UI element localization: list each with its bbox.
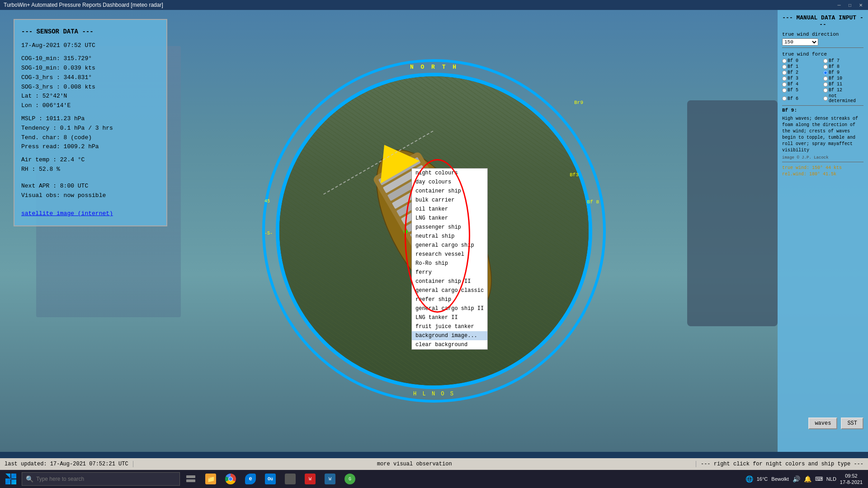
visual-obs-row: Visual obs: now possible bbox=[21, 191, 160, 201]
notification-icon[interactable]: 🔔 bbox=[804, 475, 811, 483]
bf2-option[interactable]: Bf 2 bbox=[782, 70, 822, 75]
edge-app[interactable]: e bbox=[241, 470, 259, 488]
bf5-option[interactable]: Bf 5 bbox=[782, 88, 822, 93]
menu-item-clear-background[interactable]: clear background bbox=[412, 340, 487, 349]
cog3-row: COG-3_hrs : 344.831° bbox=[21, 73, 160, 83]
menu-item-lng-tanker[interactable]: LNG tanker bbox=[412, 214, 487, 223]
app5-icon bbox=[285, 474, 296, 484]
menu-item-container-ship[interactable]: container ship bbox=[412, 187, 487, 196]
south-label: H L N O S bbox=[413, 391, 455, 397]
titlebar: TurboWin+ Automated Pressure Reports Das… bbox=[0, 0, 868, 10]
menu-item-ro-ro-ship[interactable]: Ro-Ro ship bbox=[412, 259, 487, 268]
statusbar: last updated: 17-Aug-2021 07:52:21 UTC m… bbox=[0, 458, 868, 470]
panel-action-buttons: waves SST bbox=[808, 418, 863, 429]
next-apr-row: Next APR : 8:00 UTC bbox=[21, 182, 160, 191]
waves-button[interactable]: waves bbox=[808, 418, 837, 429]
app6[interactable]: W bbox=[301, 470, 319, 488]
system-tray: 🌐 16°C Bewolkt 🔊 🔔 ⌨ NLD 09:52 17-8-2021 bbox=[745, 473, 866, 486]
status-last-updated: last updated: 17-Aug-2021 07:52:21 UTC bbox=[0, 461, 133, 467]
start-button[interactable] bbox=[2, 470, 20, 488]
status-center[interactable]: more visual observation bbox=[133, 461, 696, 467]
bf0-option[interactable]: Bf 0 bbox=[782, 58, 822, 63]
bf9-label: Bf 9: bbox=[782, 108, 863, 113]
menu-item-passenger-ship[interactable]: passenger ship bbox=[412, 223, 487, 232]
scale-marks: 45 -S- bbox=[264, 199, 273, 263]
true-wind-display: true wind: 150° 44 kts rel.wind: 180° 41… bbox=[782, 165, 863, 178]
date-display: 17-8-2021 bbox=[840, 479, 863, 485]
bf10-option[interactable]: Bf 10 bbox=[823, 76, 863, 81]
bf-not-determined-option[interactable]: not determined bbox=[823, 94, 863, 103]
menu-item-research-vessel[interactable]: research vessel bbox=[412, 250, 487, 259]
main-content: N O R T H H L N O S Br9 Bf 8 Bf3 45 -S- bbox=[0, 10, 868, 452]
menu-item-bulk-carrier[interactable]: bulk carrier bbox=[412, 196, 487, 205]
panel-divider-1 bbox=[782, 47, 863, 48]
tendency-row: Tendency : 0.1 hPa / 3 hrs bbox=[21, 124, 160, 133]
image-credit: image © J.P. Lacock bbox=[782, 155, 863, 160]
bf1-option[interactable]: Bf 1 bbox=[782, 64, 822, 69]
volume-icon[interactable]: 🔊 bbox=[793, 475, 800, 483]
time-display: 09:52 bbox=[840, 473, 863, 479]
app5[interactable] bbox=[281, 470, 299, 488]
air-temp-row: Air temp : 22.4 °C bbox=[21, 155, 160, 165]
sst-button[interactable]: SST bbox=[841, 418, 863, 429]
lon-row: Lon : 006°14'E bbox=[21, 101, 160, 111]
right-panel-title: --- MANUAL DATA INPUT --- bbox=[782, 14, 863, 28]
menu-item-general-cargo-ship[interactable]: general cargo ship bbox=[412, 241, 487, 250]
close-button[interactable]: ✕ bbox=[857, 1, 864, 9]
bf6-option[interactable]: Bf 6 bbox=[782, 94, 822, 103]
bf7-option[interactable]: Bf 7 bbox=[823, 58, 863, 63]
bf11-option[interactable]: Bf 11 bbox=[823, 82, 863, 87]
press-read-row: Press read: 1009.2 hPa bbox=[21, 142, 160, 152]
context-menu[interactable]: night colours day colours container ship… bbox=[411, 168, 488, 350]
menu-item-oil-tanker[interactable]: oil tanker bbox=[412, 205, 487, 214]
app8[interactable]: G bbox=[341, 470, 359, 488]
search-bar[interactable]: 🔍 bbox=[22, 472, 180, 486]
mslp-row: MSLP : 1011.23 hPa bbox=[21, 114, 160, 124]
rel-wind-value: rel.wind: 180° 41.5k bbox=[782, 171, 863, 178]
search-icon: 🔍 bbox=[26, 475, 33, 483]
clock[interactable]: 09:52 17-8-2021 bbox=[840, 473, 863, 486]
maximize-button[interactable]: □ bbox=[846, 1, 854, 9]
edge-icon: e bbox=[245, 474, 256, 484]
task-view-icon bbox=[186, 475, 195, 483]
menu-item-ferry[interactable]: ferry bbox=[412, 268, 487, 277]
app6-icon: W bbox=[305, 474, 316, 484]
titlebar-buttons: ─ □ ✕ bbox=[835, 1, 864, 9]
task-view-button[interactable] bbox=[182, 470, 200, 488]
chrome-app[interactable] bbox=[222, 470, 240, 488]
menu-item-background-image[interactable]: background image... bbox=[412, 331, 487, 340]
menu-item-neutral-ship[interactable]: neutral ship bbox=[412, 232, 487, 241]
sog10-row: SOG-10_min: 0.039 kts bbox=[21, 64, 160, 73]
sensor-panel-title: --- SENSOR DATA --- bbox=[21, 27, 160, 37]
status-right-hint: --- right click for night colors and shi… bbox=[696, 461, 868, 467]
bf12-option[interactable]: Bf 12 bbox=[823, 88, 863, 93]
weather-desc: Bewolkt bbox=[771, 476, 789, 482]
menu-item-fruit-juice-tanker[interactable]: fruit juice tanker bbox=[412, 322, 487, 331]
sog3-row: SOG-3_hrs : 0.008 kts bbox=[21, 83, 160, 92]
keyboard-icon[interactable]: ⌨ bbox=[815, 476, 823, 482]
outlook-app[interactable]: Ou bbox=[261, 470, 279, 488]
bf8-option[interactable]: Bf 8 bbox=[823, 64, 863, 69]
minimize-button[interactable]: ─ bbox=[835, 1, 843, 9]
app7[interactable]: W bbox=[321, 470, 339, 488]
menu-item-reefer-ship[interactable]: reefer ship bbox=[412, 295, 487, 304]
tend-char-row: Tend. char: 8 (code) bbox=[21, 133, 160, 143]
menu-item-container-ship-ii[interactable]: container ship II bbox=[412, 277, 487, 286]
bf4-option[interactable]: Bf 4 bbox=[782, 82, 822, 87]
chrome-icon bbox=[225, 474, 236, 484]
satellite-link[interactable]: satellite image (internet) bbox=[21, 210, 113, 217]
menu-item-night-colours[interactable]: night colours bbox=[412, 169, 487, 178]
bf3-option[interactable]: Bf 3 bbox=[782, 76, 822, 81]
search-input[interactable] bbox=[36, 476, 176, 482]
menu-item-lng-tanker-ii[interactable]: LNG tanker II bbox=[412, 313, 487, 322]
menu-item-general-cargo-ship-ii[interactable]: general cargo ship II bbox=[412, 304, 487, 313]
wind-direction-label: true wind direction bbox=[782, 32, 863, 37]
menu-item-day-colours[interactable]: day colours bbox=[412, 178, 487, 187]
menu-item-general-cargo-classic[interactable]: general cargo classic bbox=[412, 286, 487, 295]
window-title: TurboWin+ Automated Pressure Reports Das… bbox=[4, 2, 163, 8]
file-explorer-app[interactable]: 📁 bbox=[202, 470, 220, 488]
bearing-label-br9: Br9 bbox=[574, 100, 583, 105]
network-icon[interactable]: 🌐 bbox=[745, 475, 753, 483]
bf9-option[interactable]: Bf 9 bbox=[823, 70, 863, 75]
wind-direction-select[interactable]: 150 160 140 bbox=[782, 38, 818, 46]
